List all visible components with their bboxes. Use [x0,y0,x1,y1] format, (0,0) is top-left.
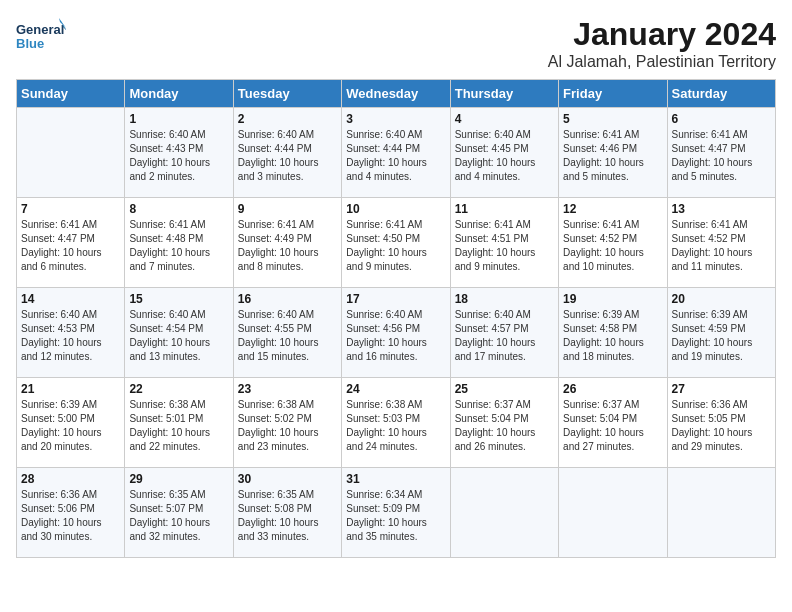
day-info: Sunrise: 6:39 AM Sunset: 4:58 PM Dayligh… [563,308,662,364]
calendar-cell: 7Sunrise: 6:41 AM Sunset: 4:47 PM Daylig… [17,198,125,288]
day-number: 7 [21,202,120,216]
day-info: Sunrise: 6:40 AM Sunset: 4:57 PM Dayligh… [455,308,554,364]
day-number: 8 [129,202,228,216]
calendar-cell: 28Sunrise: 6:36 AM Sunset: 5:06 PM Dayli… [17,468,125,558]
calendar-cell: 15Sunrise: 6:40 AM Sunset: 4:54 PM Dayli… [125,288,233,378]
day-number: 29 [129,472,228,486]
day-number: 12 [563,202,662,216]
calendar-week-row: 7Sunrise: 6:41 AM Sunset: 4:47 PM Daylig… [17,198,776,288]
day-info: Sunrise: 6:41 AM Sunset: 4:46 PM Dayligh… [563,128,662,184]
day-number: 21 [21,382,120,396]
day-info: Sunrise: 6:41 AM Sunset: 4:52 PM Dayligh… [672,218,771,274]
calendar-cell: 26Sunrise: 6:37 AM Sunset: 5:04 PM Dayli… [559,378,667,468]
calendar-week-row: 14Sunrise: 6:40 AM Sunset: 4:53 PM Dayli… [17,288,776,378]
day-info: Sunrise: 6:39 AM Sunset: 4:59 PM Dayligh… [672,308,771,364]
calendar-cell: 3Sunrise: 6:40 AM Sunset: 4:44 PM Daylig… [342,108,450,198]
calendar-cell [667,468,775,558]
day-info: Sunrise: 6:40 AM Sunset: 4:54 PM Dayligh… [129,308,228,364]
day-info: Sunrise: 6:38 AM Sunset: 5:03 PM Dayligh… [346,398,445,454]
day-info: Sunrise: 6:40 AM Sunset: 4:55 PM Dayligh… [238,308,337,364]
day-number: 19 [563,292,662,306]
day-info: Sunrise: 6:37 AM Sunset: 5:04 PM Dayligh… [455,398,554,454]
day-info: Sunrise: 6:39 AM Sunset: 5:00 PM Dayligh… [21,398,120,454]
day-number: 1 [129,112,228,126]
logo-svg: General Blue [16,16,66,61]
day-number: 10 [346,202,445,216]
day-info: Sunrise: 6:41 AM Sunset: 4:50 PM Dayligh… [346,218,445,274]
calendar-cell: 16Sunrise: 6:40 AM Sunset: 4:55 PM Dayli… [233,288,341,378]
day-info: Sunrise: 6:38 AM Sunset: 5:01 PM Dayligh… [129,398,228,454]
calendar-cell: 20Sunrise: 6:39 AM Sunset: 4:59 PM Dayli… [667,288,775,378]
title-block: January 2024 Al Jalamah, Palestinian Ter… [548,16,776,71]
day-number: 22 [129,382,228,396]
weekday-header: Sunday [17,80,125,108]
day-number: 3 [346,112,445,126]
day-number: 11 [455,202,554,216]
calendar-cell: 10Sunrise: 6:41 AM Sunset: 4:50 PM Dayli… [342,198,450,288]
calendar-cell: 9Sunrise: 6:41 AM Sunset: 4:49 PM Daylig… [233,198,341,288]
calendar-cell: 29Sunrise: 6:35 AM Sunset: 5:07 PM Dayli… [125,468,233,558]
day-number: 26 [563,382,662,396]
calendar-cell: 11Sunrise: 6:41 AM Sunset: 4:51 PM Dayli… [450,198,558,288]
location-subtitle: Al Jalamah, Palestinian Territory [548,53,776,71]
calendar-cell: 25Sunrise: 6:37 AM Sunset: 5:04 PM Dayli… [450,378,558,468]
day-number: 2 [238,112,337,126]
calendar-cell [17,108,125,198]
calendar-cell: 23Sunrise: 6:38 AM Sunset: 5:02 PM Dayli… [233,378,341,468]
calendar-cell: 19Sunrise: 6:39 AM Sunset: 4:58 PM Dayli… [559,288,667,378]
day-number: 30 [238,472,337,486]
calendar-cell [559,468,667,558]
day-number: 14 [21,292,120,306]
calendar-cell: 2Sunrise: 6:40 AM Sunset: 4:44 PM Daylig… [233,108,341,198]
day-info: Sunrise: 6:40 AM Sunset: 4:45 PM Dayligh… [455,128,554,184]
calendar-table: SundayMondayTuesdayWednesdayThursdayFrid… [16,79,776,558]
day-number: 23 [238,382,337,396]
calendar-cell: 4Sunrise: 6:40 AM Sunset: 4:45 PM Daylig… [450,108,558,198]
calendar-cell: 27Sunrise: 6:36 AM Sunset: 5:05 PM Dayli… [667,378,775,468]
day-number: 31 [346,472,445,486]
weekday-header: Wednesday [342,80,450,108]
day-info: Sunrise: 6:40 AM Sunset: 4:44 PM Dayligh… [238,128,337,184]
calendar-week-row: 28Sunrise: 6:36 AM Sunset: 5:06 PM Dayli… [17,468,776,558]
page-header: General Blue January 2024 Al Jalamah, Pa… [16,16,776,71]
day-info: Sunrise: 6:41 AM Sunset: 4:49 PM Dayligh… [238,218,337,274]
day-number: 24 [346,382,445,396]
calendar-cell: 6Sunrise: 6:41 AM Sunset: 4:47 PM Daylig… [667,108,775,198]
day-info: Sunrise: 6:35 AM Sunset: 5:07 PM Dayligh… [129,488,228,544]
day-number: 16 [238,292,337,306]
day-info: Sunrise: 6:40 AM Sunset: 4:56 PM Dayligh… [346,308,445,364]
day-info: Sunrise: 6:40 AM Sunset: 4:53 PM Dayligh… [21,308,120,364]
day-info: Sunrise: 6:41 AM Sunset: 4:52 PM Dayligh… [563,218,662,274]
day-number: 15 [129,292,228,306]
day-info: Sunrise: 6:41 AM Sunset: 4:48 PM Dayligh… [129,218,228,274]
day-info: Sunrise: 6:36 AM Sunset: 5:06 PM Dayligh… [21,488,120,544]
day-info: Sunrise: 6:37 AM Sunset: 5:04 PM Dayligh… [563,398,662,454]
calendar-cell: 22Sunrise: 6:38 AM Sunset: 5:01 PM Dayli… [125,378,233,468]
weekday-header: Friday [559,80,667,108]
month-title: January 2024 [548,16,776,53]
day-info: Sunrise: 6:34 AM Sunset: 5:09 PM Dayligh… [346,488,445,544]
day-info: Sunrise: 6:36 AM Sunset: 5:05 PM Dayligh… [672,398,771,454]
calendar-cell: 5Sunrise: 6:41 AM Sunset: 4:46 PM Daylig… [559,108,667,198]
weekday-header: Monday [125,80,233,108]
day-number: 27 [672,382,771,396]
day-info: Sunrise: 6:40 AM Sunset: 4:43 PM Dayligh… [129,128,228,184]
weekday-header: Thursday [450,80,558,108]
day-info: Sunrise: 6:41 AM Sunset: 4:47 PM Dayligh… [21,218,120,274]
day-info: Sunrise: 6:41 AM Sunset: 4:51 PM Dayligh… [455,218,554,274]
calendar-cell: 12Sunrise: 6:41 AM Sunset: 4:52 PM Dayli… [559,198,667,288]
day-number: 25 [455,382,554,396]
svg-text:Blue: Blue [16,36,44,51]
calendar-cell: 31Sunrise: 6:34 AM Sunset: 5:09 PM Dayli… [342,468,450,558]
weekday-header: Tuesday [233,80,341,108]
day-number: 18 [455,292,554,306]
day-number: 28 [21,472,120,486]
day-info: Sunrise: 6:40 AM Sunset: 4:44 PM Dayligh… [346,128,445,184]
calendar-cell: 17Sunrise: 6:40 AM Sunset: 4:56 PM Dayli… [342,288,450,378]
day-info: Sunrise: 6:41 AM Sunset: 4:47 PM Dayligh… [672,128,771,184]
calendar-cell: 24Sunrise: 6:38 AM Sunset: 5:03 PM Dayli… [342,378,450,468]
logo: General Blue [16,16,66,61]
svg-text:General: General [16,22,64,37]
day-number: 20 [672,292,771,306]
calendar-week-row: 1Sunrise: 6:40 AM Sunset: 4:43 PM Daylig… [17,108,776,198]
